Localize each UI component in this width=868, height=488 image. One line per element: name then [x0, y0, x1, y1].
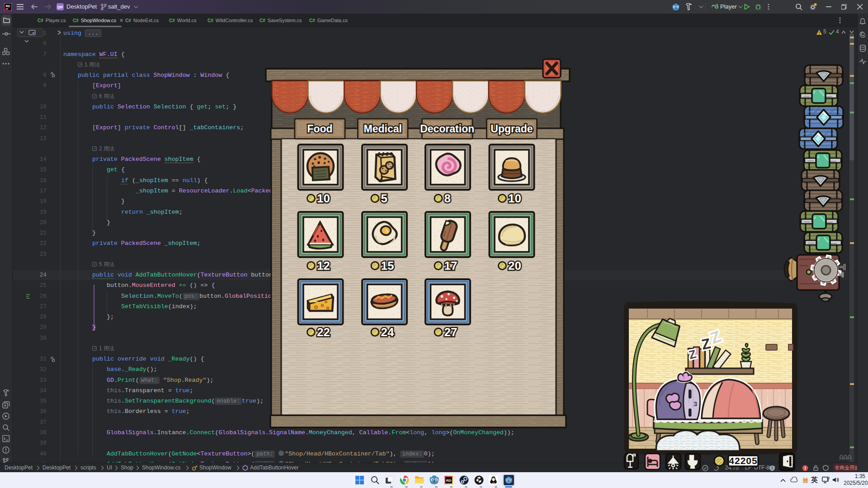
svg-text:DP: DP — [57, 5, 63, 9]
svg-text:Upgrade: Upgrade — [491, 123, 533, 135]
svg-text:24: 24 — [381, 325, 394, 339]
svg-text:10: 10 — [508, 192, 521, 205]
svg-text:10: 10 — [317, 192, 330, 205]
svg-text:8: 8 — [444, 192, 451, 205]
svg-text:20: 20 — [508, 259, 521, 272]
svg-text:5: 5 — [381, 192, 387, 205]
svg-text:17: 17 — [444, 259, 458, 272]
svg-text:12: 12 — [317, 259, 330, 272]
svg-text:3: 3 — [693, 400, 697, 408]
svg-text:15: 15 — [381, 259, 394, 272]
svg-text:RD: RD — [446, 479, 452, 483]
svg-text:Medical: Medical — [364, 123, 402, 135]
svg-text:Food: Food — [307, 123, 332, 135]
svg-text:27: 27 — [444, 325, 458, 339]
svg-text:Decoration: Decoration — [420, 123, 474, 135]
svg-text:RD: RD — [5, 5, 10, 8]
svg-text:42205: 42205 — [729, 455, 757, 466]
svg-text:22: 22 — [317, 325, 330, 339]
